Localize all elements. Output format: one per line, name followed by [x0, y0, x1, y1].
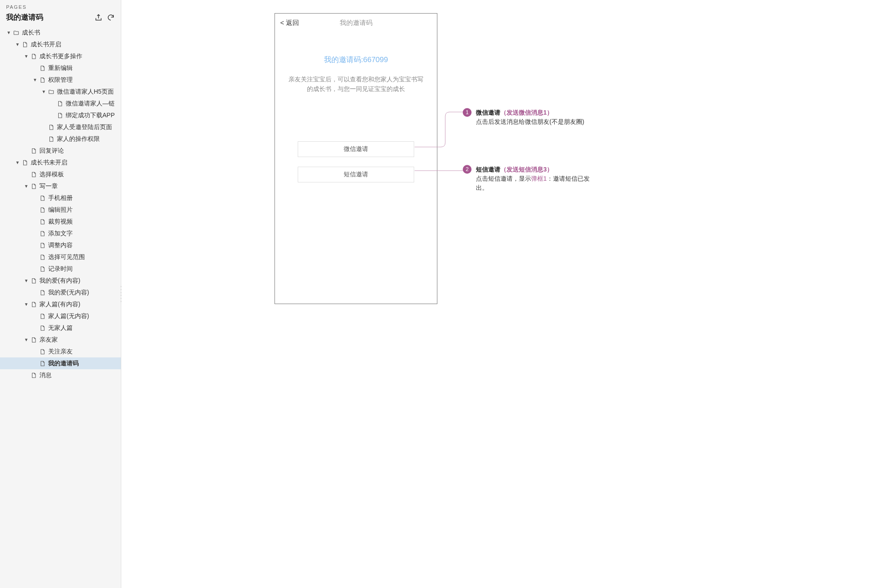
page-icon — [39, 219, 46, 225]
page-icon — [31, 53, 37, 60]
tree-item[interactable]: ▼无家人篇 — [0, 322, 121, 334]
tree-item[interactable]: ▼成长书开启 — [0, 38, 121, 50]
page-icon — [48, 136, 54, 142]
back-button[interactable]: < 返回 — [280, 19, 299, 27]
tree-item-label: 微信邀请家人—链 — [66, 100, 115, 108]
tree-item-label: 家人篇(无内容) — [48, 312, 89, 320]
tree-item[interactable]: ▼选择可见范围 — [0, 251, 121, 263]
chevron-down-icon[interactable]: ▼ — [24, 337, 29, 342]
page-icon — [39, 360, 46, 367]
invite-code-text: 我的邀请码:667099 — [275, 55, 437, 65]
tree-item[interactable]: ▼权限管理 — [0, 74, 121, 86]
chevron-down-icon[interactable]: ▼ — [24, 54, 29, 59]
tree-item[interactable]: ▼成长书更多操作 — [0, 50, 121, 62]
chevron-down-icon[interactable]: ▼ — [15, 42, 20, 47]
tree-item-label: 裁剪视频 — [48, 218, 73, 226]
invite-description: 亲友关注宝宝后，可以查看您和您家人为宝宝书写的成长书，与您一同见证宝宝的成长 — [288, 74, 424, 94]
tree-item[interactable]: ▼家人篇(无内容) — [0, 310, 121, 322]
tree-item[interactable]: ▼家人篇(有内容) — [0, 298, 121, 310]
annotation-action: （发送微信消息1） — [500, 109, 553, 116]
phone-navbar: < 返回 我的邀请码 — [275, 14, 437, 32]
tree-item[interactable]: ▼亲友家 — [0, 334, 121, 346]
tree-item[interactable]: ▼裁剪视频 — [0, 216, 121, 228]
page-icon — [31, 278, 37, 284]
tree-item[interactable]: ▼手机相册 — [0, 192, 121, 204]
tree-item-label: 写一章 — [39, 182, 58, 190]
annotation-body: 点击后发送消息给微信朋友(不是朋友圈) — [476, 117, 584, 126]
tree-item[interactable]: ▼调整内容 — [0, 239, 121, 251]
chevron-down-icon[interactable]: ▼ — [24, 278, 29, 283]
tree-item[interactable]: ▼记录时间 — [0, 263, 121, 275]
tree-item[interactable]: ▼微信邀请家人H5页面 — [0, 86, 121, 98]
annotation-action: （发送短信消息3） — [500, 166, 553, 173]
tree-item-label: 重新编辑 — [48, 64, 73, 72]
tree-item-label: 记录时间 — [48, 265, 73, 273]
refresh-icon[interactable] — [107, 14, 115, 21]
page-icon — [39, 77, 46, 83]
page-icon — [31, 301, 37, 308]
chevron-down-icon[interactable]: ▼ — [6, 30, 11, 35]
annotation-link[interactable]: 弹框1 — [531, 175, 547, 182]
page-icon — [39, 65, 46, 71]
page-icon — [48, 124, 54, 130]
tree-item-label: 回复评论 — [39, 147, 64, 155]
page-icon — [39, 242, 46, 248]
annotation-title: 短信邀请 — [476, 166, 500, 173]
tree-item-label: 家人篇(有内容) — [39, 301, 80, 308]
tree-item[interactable]: ▼编辑照片 — [0, 204, 121, 216]
annotation-2: 2 短信邀请（发送短信消息3） 点击短信邀请，显示弹框1：邀请短信已发出。 — [463, 165, 590, 192]
tree-item[interactable]: ▼消息 — [0, 369, 121, 381]
tree-item[interactable]: ▼成长书 — [0, 27, 121, 38]
tree-item[interactable]: ▼我的爱(有内容) — [0, 275, 121, 287]
tree-item-label: 成长书开启 — [31, 41, 61, 49]
tree-item-label: 选择模板 — [39, 171, 64, 178]
tree-item[interactable]: ▼添加文字 — [0, 228, 121, 239]
tree-item-label: 绑定成功下载APP — [66, 112, 115, 119]
page-icon — [31, 172, 37, 178]
chevron-down-icon[interactable]: ▼ — [24, 302, 29, 307]
chevron-down-icon[interactable]: ▼ — [32, 77, 38, 82]
tree-item-label: 关注亲友 — [48, 348, 73, 356]
tree-item[interactable]: ▼绑定成功下载APP — [0, 109, 121, 121]
tree-item-label: 微信邀请家人H5页面 — [57, 88, 114, 96]
tree-item[interactable]: ▼成长书未开启 — [0, 157, 121, 168]
tree-item[interactable]: ▼家人受邀登陆后页面 — [0, 121, 121, 133]
tree-item-label: 家人受邀登陆后页面 — [57, 123, 112, 131]
tree-item-label: 亲友家 — [39, 336, 58, 344]
share-icon[interactable] — [95, 14, 102, 21]
chevron-down-icon[interactable]: ▼ — [15, 160, 20, 165]
page-icon — [39, 195, 46, 201]
tree-item[interactable]: ▼选择模板 — [0, 168, 121, 180]
tree-item-label: 编辑照片 — [48, 206, 73, 214]
sidebar-section-label: PAGES — [0, 0, 121, 12]
sms-invite-button[interactable]: 短信邀请 — [298, 167, 414, 182]
chevron-down-icon[interactable]: ▼ — [41, 89, 46, 94]
wechat-invite-button[interactable]: 微信邀请 — [298, 141, 414, 157]
tree-item[interactable]: ▼微信邀请家人—链 — [0, 98, 121, 109]
page-icon — [39, 231, 46, 237]
tree-item[interactable]: ▼家人的操作权限 — [0, 133, 121, 145]
tree-item[interactable]: ▼我的爱(无内容) — [0, 287, 121, 298]
tree-item[interactable]: ▼重新编辑 — [0, 62, 121, 74]
sidebar: PAGES 我的邀请码 ▼成长书▼成长书开启▼成长书更多操作▼重新编辑▼权限管理… — [0, 0, 121, 588]
annotation-body: 点击短信邀请，显示弹框1：邀请短信已发出。 — [476, 174, 590, 192]
chevron-down-icon[interactable]: ▼ — [24, 184, 29, 189]
annotation-badge: 2 — [463, 165, 472, 174]
tree-item[interactable]: ▼我的邀请码 — [0, 357, 121, 369]
phone-mockup: < 返回 我的邀请码 我的邀请码:667099 亲友关注宝宝后，可以查看您和您家… — [275, 13, 437, 304]
tree-item-label: 成长书未开启 — [31, 159, 67, 167]
page-tree[interactable]: ▼成长书▼成长书开启▼成长书更多操作▼重新编辑▼权限管理▼微信邀请家人H5页面▼… — [0, 27, 121, 588]
page-icon — [31, 183, 37, 189]
sidebar-title-row: 我的邀请码 — [0, 12, 121, 27]
tree-item[interactable]: ▼回复评论 — [0, 145, 121, 157]
page-icon — [39, 313, 46, 319]
tree-item-label: 成长书 — [22, 29, 40, 37]
canvas[interactable]: < 返回 我的邀请码 我的邀请码:667099 亲友关注宝宝后，可以查看您和您家… — [121, 0, 894, 588]
tree-item[interactable]: ▼关注亲友 — [0, 346, 121, 357]
folder-icon — [13, 30, 19, 36]
page-icon — [39, 349, 46, 355]
tree-item[interactable]: ▼写一章 — [0, 180, 121, 192]
page-icon — [22, 42, 28, 48]
page-icon — [57, 112, 63, 119]
tree-item-label: 手机相册 — [48, 194, 73, 202]
